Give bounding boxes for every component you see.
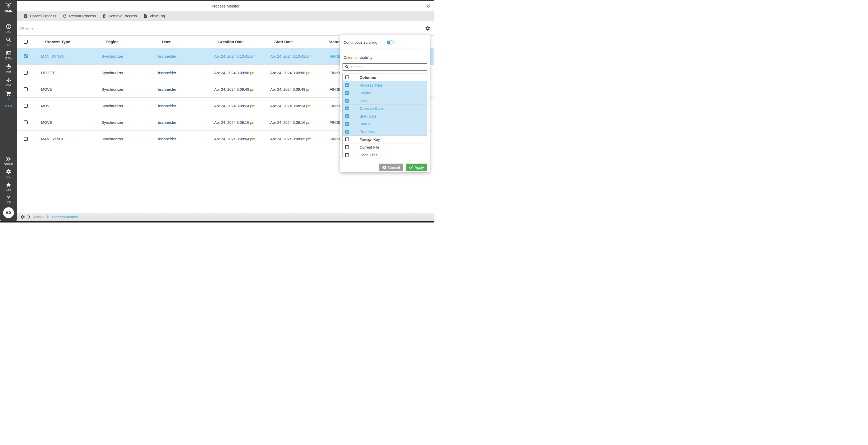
column-option-creation-date[interactable]: Creation Date xyxy=(343,105,427,112)
columns-select-all-checkbox[interactable] xyxy=(345,76,349,79)
cell-user: bschneider xyxy=(158,87,214,91)
window-top-strip xyxy=(0,0,434,1)
product-box-icon: P xyxy=(6,64,11,69)
column-option-engine[interactable]: Engine xyxy=(343,89,427,97)
column-checkbox[interactable] xyxy=(345,130,349,134)
column-header-engine[interactable]: Engine xyxy=(101,39,158,44)
breadcrumb-process-monitor[interactable]: Process monitor xyxy=(52,215,78,219)
column-header-creation-date[interactable]: Creation Date xyxy=(214,39,270,44)
cell-start-date: Apr 24, 2024 3:08:24 pm xyxy=(270,104,328,108)
view-log-button[interactable]: View Log xyxy=(140,11,168,21)
table-settings-gear-icon[interactable] xyxy=(425,26,430,31)
columns-list: Columns Process Type Engine User Creatio… xyxy=(343,73,427,158)
column-checkbox[interactable] xyxy=(345,91,349,95)
columns-settings-popup: Continuous scrolling Columns visibility … xyxy=(340,35,430,172)
column-checkbox[interactable] xyxy=(345,122,349,126)
check-icon xyxy=(409,166,413,169)
sidebar-item-dbd[interactable]: DBD xyxy=(0,24,17,33)
list-meta-bar: 1/6 items xyxy=(17,21,434,36)
sidebar-item-label: Help xyxy=(5,201,11,204)
search-icon xyxy=(345,65,349,69)
popup-actions: Cancel Apply xyxy=(343,164,427,171)
column-option-status[interactable]: Status xyxy=(343,120,427,128)
popup-cancel-button[interactable]: Cancel xyxy=(379,164,403,171)
restart-process-button[interactable]: Restart Process xyxy=(59,11,99,21)
sidebar-bottom-group: Unfold CC FAV ? Help xyxy=(0,153,17,221)
cell-engine: Synchronizer xyxy=(101,104,158,108)
column-option-start-date[interactable]: Start Date xyxy=(343,112,427,120)
row-checkbox[interactable] xyxy=(24,120,28,124)
cancel-circle-icon xyxy=(23,14,28,18)
sidebar-item-label: SRH xyxy=(5,43,11,47)
process-toolbar: Cancel Process Restart Process Remove Pr… xyxy=(17,11,434,21)
page-title: Process Monitor xyxy=(212,4,240,8)
row-checkbox[interactable] xyxy=(24,87,28,91)
sidebar-item-dam[interactable]: DAM xyxy=(0,50,17,60)
user-avatar[interactable]: BS xyxy=(3,207,14,218)
toolbar-button-label: Cancel Process xyxy=(30,14,56,18)
selection-count: 1/6 items xyxy=(19,26,33,30)
sidebar-item-help[interactable]: ? Help xyxy=(0,195,17,204)
sidebar-more-ellipsis-icon[interactable] xyxy=(5,105,12,107)
column-option-current-file[interactable]: Current File xyxy=(343,143,427,151)
column-checkbox[interactable] xyxy=(345,99,349,102)
column-option-label: Foreign Key xyxy=(349,138,380,142)
sidebar-item-label: PIM xyxy=(6,70,11,73)
sidebar-item-cc[interactable]: CC xyxy=(0,169,17,178)
columns-list-header-label: Columns xyxy=(349,75,376,80)
admin-gear-icon[interactable] xyxy=(21,215,25,219)
sidebar-item-unfold[interactable]: Unfold xyxy=(0,157,17,165)
cell-user: bschneider xyxy=(158,120,214,124)
columns-visibility-label: Columns visibility xyxy=(343,56,427,60)
sidebar-item-sc[interactable]: SC xyxy=(0,90,17,100)
column-option-done-files[interactable]: Done Files xyxy=(343,151,427,159)
column-checkbox[interactable] xyxy=(345,145,349,149)
breadcrumb: Admin Process monitor xyxy=(17,213,434,221)
row-checkbox[interactable] xyxy=(24,71,28,75)
cell-user: bschneider xyxy=(158,104,214,108)
sidebar-item-pim[interactable]: P PIM xyxy=(0,64,17,73)
row-checkbox[interactable] xyxy=(24,104,28,108)
column-checkbox[interactable] xyxy=(345,138,349,141)
columns-search-input[interactable] xyxy=(351,65,425,69)
columns-list-header-row[interactable]: Columns xyxy=(343,73,427,81)
double-chevron-right-icon xyxy=(6,157,11,161)
column-option-foreign-key[interactable]: Foreign Key xyxy=(343,136,427,143)
column-option-progress[interactable]: Progress xyxy=(343,128,427,136)
column-header-user[interactable]: User xyxy=(158,39,214,44)
sidebar-item-cm[interactable]: CM xyxy=(0,77,17,87)
column-option-process-type[interactable]: Process Type xyxy=(343,81,427,89)
sidebar-item-label: FAV xyxy=(6,188,11,191)
title-bar: Process Monitor xyxy=(17,0,434,11)
cell-creation-date: Apr 24, 2024 3:08:04 pm xyxy=(214,137,270,141)
cancel-circle-icon xyxy=(382,166,386,170)
shopping-cart-icon xyxy=(5,90,11,97)
column-header-process-type[interactable]: Process Type xyxy=(41,39,101,44)
remove-process-button[interactable]: Remove Process xyxy=(99,11,140,21)
sidebar-item-omn[interactable]: OMN xyxy=(4,2,13,13)
column-option-user[interactable]: User xyxy=(343,97,427,105)
sidebar-item-fav[interactable]: FAV xyxy=(0,182,17,191)
column-checkbox[interactable] xyxy=(345,107,349,110)
column-header-start-date[interactable]: Start Date xyxy=(270,39,328,44)
collapse-panel-icon[interactable] xyxy=(426,4,431,8)
column-option-label: Creation Date xyxy=(349,107,382,111)
sidebar-item-srh[interactable]: SRH xyxy=(0,37,17,47)
cancel-process-button[interactable]: Cancel Process xyxy=(20,11,59,21)
cell-process-type: DELETE xyxy=(41,71,101,75)
popup-apply-button[interactable]: Apply xyxy=(406,164,427,171)
column-checkbox[interactable] xyxy=(345,83,349,87)
toolbar-button-label: Restart Process xyxy=(69,14,96,18)
popup-apply-label: Apply xyxy=(414,166,424,170)
cell-user: bschneider xyxy=(158,71,214,75)
cell-start-date: Apr 24, 2024 3:10:41 pm xyxy=(270,54,328,58)
sidebar-item-label: Unfold xyxy=(4,162,13,165)
continuous-scrolling-toggle[interactable] xyxy=(387,40,394,44)
row-checkbox[interactable] xyxy=(24,137,28,141)
column-checkbox[interactable] xyxy=(345,153,349,157)
cell-start-date: Apr 24, 2024 3:08:05 pm xyxy=(270,137,328,141)
row-checkbox[interactable] xyxy=(24,54,28,58)
select-all-checkbox[interactable] xyxy=(24,40,28,44)
breadcrumb-admin[interactable]: Admin xyxy=(33,215,44,219)
column-checkbox[interactable] xyxy=(345,114,349,118)
